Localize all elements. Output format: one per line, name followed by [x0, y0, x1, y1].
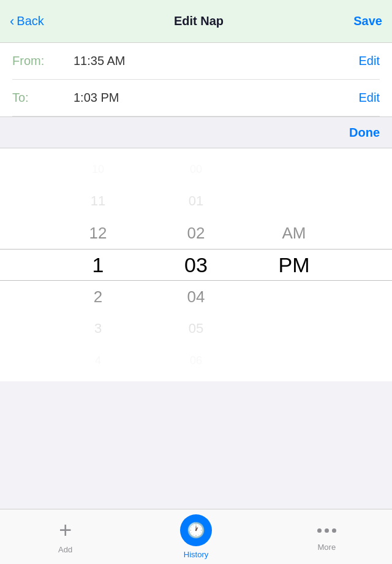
tab-more[interactable]: More [262, 522, 392, 552]
history-clock-icon: 🕐 [180, 514, 212, 546]
from-time-row: From: 11:35 AM Edit [12, 43, 380, 80]
tab-more-label: More [318, 543, 336, 552]
picker-minute-item: 05 [147, 313, 245, 345]
to-label: To: [12, 91, 74, 105]
picker-minute-item: 06 [147, 345, 245, 376]
time-fields-section: From: 11:35 AM Edit To: 1:03 PM Edit [0, 43, 392, 116]
time-picker[interactable]: 10 11 12 1 2 3 4 00 01 02 03 04 05 06 AM… [0, 148, 392, 381]
more-dots-icon [317, 522, 336, 539]
picker-minute-item: 02 [147, 217, 245, 249]
picker-hour-item: 12 [49, 217, 147, 249]
picker-hour-item: 11 [49, 185, 147, 217]
tab-history[interactable]: 🕐 History [130, 514, 261, 559]
tab-bar: + Add 🕐 History More [0, 509, 392, 564]
picker-minute-item: 04 [147, 281, 245, 313]
add-icon: + [59, 519, 72, 541]
save-button[interactable]: Save [353, 14, 382, 28]
to-time-row: To: 1:03 PM Edit [12, 80, 380, 116]
done-bar: Done [0, 116, 392, 148]
picker-minute-column[interactable]: 00 01 02 03 04 05 06 [147, 148, 245, 381]
back-button[interactable]: ‹ Back [10, 13, 44, 29]
picker-ampm-column[interactable]: AM PM [245, 148, 343, 381]
to-edit-button[interactable]: Edit [359, 91, 380, 105]
from-edit-button[interactable]: Edit [359, 54, 380, 68]
picker-hour-selected: 1 [49, 249, 147, 281]
from-value: 11:35 AM [74, 54, 359, 68]
to-value: 1:03 PM [74, 91, 359, 105]
back-label: Back [17, 14, 43, 28]
from-label: From: [12, 54, 74, 68]
picker-minute-item: 01 [147, 185, 245, 217]
tab-history-label: History [184, 550, 208, 559]
navigation-bar: ‹ Back Edit Nap Save [0, 0, 392, 43]
page-title: Edit Nap [174, 14, 224, 28]
picker-minute-item: 00 [147, 153, 245, 185]
back-chevron-icon: ‹ [10, 13, 14, 29]
picker-pm-selected: PM [245, 249, 343, 281]
picker-hour-item: 3 [49, 313, 147, 345]
done-button[interactable]: Done [349, 126, 380, 140]
tab-add-label: Add [58, 545, 72, 554]
tab-add[interactable]: + Add [0, 519, 130, 554]
picker-am-item: AM [245, 217, 343, 249]
picker-minute-selected: 03 [147, 249, 245, 281]
picker-hour-item: 10 [49, 153, 147, 185]
picker-hour-item: 2 [49, 281, 147, 313]
picker-hour-item: 4 [49, 345, 147, 376]
picker-columns: 10 11 12 1 2 3 4 00 01 02 03 04 05 06 AM… [0, 148, 392, 381]
picker-hour-column[interactable]: 10 11 12 1 2 3 4 [49, 148, 147, 381]
